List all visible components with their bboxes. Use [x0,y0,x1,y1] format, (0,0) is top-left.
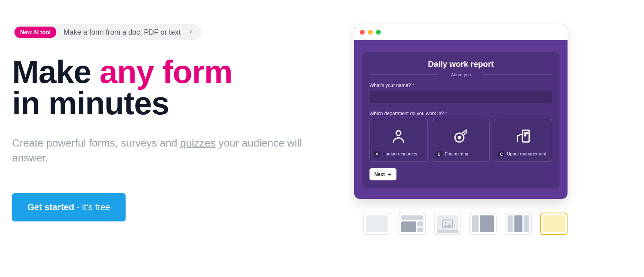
svg-point-0 [396,131,401,136]
option-key-c: C [498,151,504,157]
svg-point-9 [445,222,447,223]
get-started-button[interactable]: Get started - it's free [12,193,126,221]
hero-headline: Make any form in minutes [12,56,326,119]
option-a[interactable]: A Human resources [369,119,428,162]
template-thumb-4[interactable] [469,213,497,235]
option-label-a: Human resources [382,151,417,157]
template-thumb-3[interactable] [434,213,461,235]
template-thumb-5[interactable] [505,213,532,235]
option-key-a: A [374,151,380,157]
announcement-text: Make a form from a doc, PDF or text [64,28,181,37]
chevron-right-icon [188,28,194,37]
quizzes-link[interactable]: quizzes [180,137,216,149]
svg-point-4 [524,132,526,134]
option-label-b: Engineering [445,151,469,157]
question-2-label: Which department do you work in? [369,111,552,116]
announcement-bar[interactable]: New AI tool Make a form from a doc, PDF … [12,24,201,40]
template-thumb-2[interactable] [398,213,426,235]
window-minimize-icon [368,30,373,35]
new-badge: New AI tool [14,27,56,38]
svg-point-6 [524,135,526,136]
template-thumbnails [363,213,568,235]
option-label-c: Upper management [507,151,546,157]
asset-icon [436,125,486,147]
svg-point-2 [458,136,461,139]
next-button[interactable]: Next [369,168,396,180]
window-chrome [354,24,568,40]
image-icon [437,215,458,232]
window-close-icon [360,30,365,35]
form-preview-window: Daily work report About you What's your … [354,24,568,199]
window-maximize-icon [376,30,381,35]
form-section-label: About you [369,72,552,77]
building-icon [498,125,548,147]
hero-subtitle: Create powerful forms, surveys and quizz… [12,136,326,165]
person-icon [374,125,423,147]
template-thumb-1[interactable] [363,213,390,235]
option-b[interactable]: B Engineering [432,119,490,162]
option-key-b: B [436,151,442,157]
name-input[interactable] [369,91,552,103]
template-thumb-6[interactable] [540,213,568,235]
form-title: Daily work report [369,60,552,69]
question-1-label: What's your name? [369,83,552,88]
option-c[interactable]: C Upper management [494,119,552,162]
svg-point-5 [526,132,528,134]
